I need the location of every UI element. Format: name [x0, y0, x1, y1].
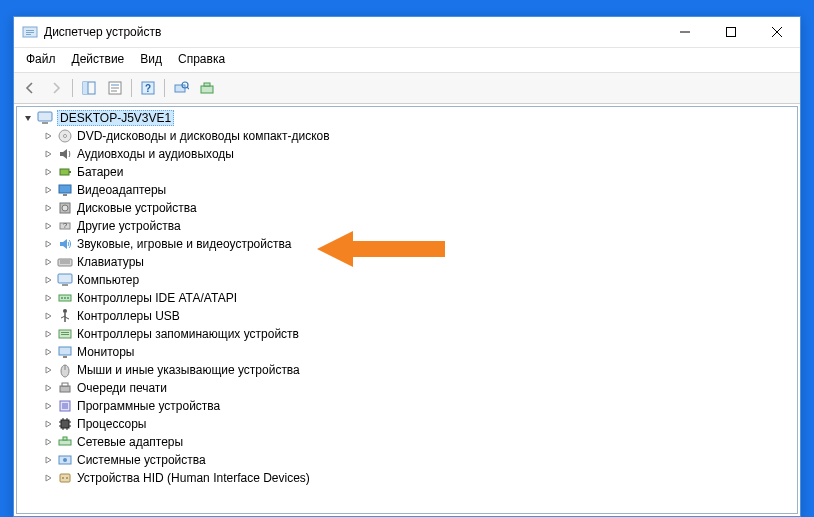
- expander-closed-icon[interactable]: [41, 273, 55, 287]
- expander-closed-icon[interactable]: [41, 129, 55, 143]
- maximize-button[interactable]: [708, 17, 754, 47]
- tree-node[interactable]: Системные устройства: [17, 451, 797, 469]
- node-label: DVD-дисководы и дисководы компакт-дисков: [77, 129, 330, 143]
- tree-node[interactable]: Очереди печати: [17, 379, 797, 397]
- sound-icon: [57, 236, 73, 252]
- tree-node[interactable]: Клавиатуры: [17, 253, 797, 271]
- menubar: Файл Действие Вид Справка: [14, 48, 800, 73]
- mouse-icon: [57, 362, 73, 378]
- expander-closed-icon[interactable]: [41, 435, 55, 449]
- svg-point-25: [64, 135, 67, 138]
- tree-root[interactable]: DESKTOP-J5V3VE1: [17, 109, 797, 127]
- show-hide-tree-button[interactable]: [77, 76, 101, 100]
- cpu-icon: [57, 416, 73, 432]
- svg-point-70: [63, 458, 67, 462]
- toolbar: ?: [14, 73, 800, 104]
- node-label: Видеоадаптеры: [77, 183, 166, 197]
- toolbar-separator: [72, 79, 73, 97]
- tree-node[interactable]: Аудиовходы и аудиовыходы: [17, 145, 797, 163]
- svg-point-42: [67, 297, 69, 299]
- node-label: Звуковые, игровые и видеоустройства: [77, 237, 291, 251]
- expander-closed-icon[interactable]: [41, 363, 55, 377]
- expander-closed-icon[interactable]: [41, 309, 55, 323]
- menu-action[interactable]: Действие: [64, 50, 133, 70]
- svg-text:?: ?: [63, 221, 68, 230]
- expander-closed-icon[interactable]: [41, 327, 55, 341]
- svg-rect-5: [727, 28, 736, 37]
- svg-text:?: ?: [145, 83, 151, 94]
- svg-rect-1: [26, 30, 34, 31]
- tree-node[interactable]: Контроллеры USB: [17, 307, 797, 325]
- node-label: Сетевые адаптеры: [77, 435, 183, 449]
- menu-view[interactable]: Вид: [132, 50, 170, 70]
- hid-icon: [57, 470, 73, 486]
- expander-closed-icon[interactable]: [41, 201, 55, 215]
- node-label: Другие устройства: [77, 219, 181, 233]
- expander-closed-icon[interactable]: [41, 291, 55, 305]
- help-button[interactable]: ?: [136, 76, 160, 100]
- svg-point-73: [66, 477, 68, 479]
- expander-closed-icon[interactable]: [41, 165, 55, 179]
- expander-closed-icon[interactable]: [41, 381, 55, 395]
- svg-point-31: [62, 205, 68, 211]
- node-label: Аудиовходы и аудиовыходы: [77, 147, 234, 161]
- expander-closed-icon[interactable]: [41, 183, 55, 197]
- nav-back-button[interactable]: [18, 76, 42, 100]
- svg-rect-3: [26, 34, 31, 35]
- nav-forward-button[interactable]: [44, 76, 68, 100]
- root-label[interactable]: DESKTOP-J5V3VE1: [57, 110, 174, 126]
- tree-node[interactable]: Мониторы: [17, 343, 797, 361]
- network-icon: [57, 434, 73, 450]
- tree-node[interactable]: Контроллеры запоминающих устройств: [17, 325, 797, 343]
- tree-node[interactable]: Контроллеры IDE АТА/АТАРI: [17, 289, 797, 307]
- window-controls: [662, 17, 800, 47]
- update-driver-button[interactable]: [195, 76, 219, 100]
- system-icon: [57, 452, 73, 468]
- tree-node[interactable]: Программные устройства: [17, 397, 797, 415]
- toolbar-separator: [131, 79, 132, 97]
- svg-rect-38: [62, 284, 68, 286]
- expander-closed-icon[interactable]: [41, 255, 55, 269]
- tree-node[interactable]: Батареи: [17, 163, 797, 181]
- tree-node[interactable]: Компьютер: [17, 271, 797, 289]
- expander-closed-icon[interactable]: [41, 399, 55, 413]
- close-button[interactable]: [754, 17, 800, 47]
- expander-open-icon[interactable]: [21, 111, 35, 125]
- tree-node[interactable]: ?Другие устройства: [17, 217, 797, 235]
- window-title: Диспетчер устройств: [44, 25, 662, 39]
- node-label: Контроллеры IDE АТА/АТАРI: [77, 291, 237, 305]
- expander-closed-icon[interactable]: [41, 453, 55, 467]
- tree-node[interactable]: Звуковые, игровые и видеоустройства: [17, 235, 797, 253]
- node-label: Мыши и иные указывающие устройства: [77, 363, 300, 377]
- svg-rect-21: [204, 83, 210, 86]
- svg-point-40: [61, 297, 63, 299]
- expander-closed-icon[interactable]: [41, 219, 55, 233]
- expander-closed-icon[interactable]: [41, 237, 55, 251]
- storage-icon: [57, 326, 73, 342]
- node-label: Устройства HID (Human Interface Devices): [77, 471, 310, 485]
- tree-node[interactable]: DVD-дисководы и дисководы компакт-дисков: [17, 127, 797, 145]
- svg-rect-51: [63, 356, 67, 358]
- computer-icon: [57, 272, 73, 288]
- audio-icon: [57, 146, 73, 162]
- other-icon: ?: [57, 218, 73, 234]
- disk-icon: [57, 200, 73, 216]
- tree-node[interactable]: Устройства HID (Human Interface Devices): [17, 469, 797, 487]
- device-tree[interactable]: DESKTOP-J5V3VE1 DVD-дисководы и дисковод…: [16, 106, 798, 514]
- tree-node[interactable]: Видеоадаптеры: [17, 181, 797, 199]
- menu-help[interactable]: Справка: [170, 50, 233, 70]
- expander-closed-icon[interactable]: [41, 345, 55, 359]
- minimize-button[interactable]: [662, 17, 708, 47]
- scan-hardware-button[interactable]: [169, 76, 193, 100]
- expander-closed-icon[interactable]: [41, 147, 55, 161]
- tree-node[interactable]: Процессоры: [17, 415, 797, 433]
- tree-node[interactable]: Дисковые устройства: [17, 199, 797, 217]
- expander-closed-icon[interactable]: [41, 471, 55, 485]
- titlebar: Диспетчер устройств: [14, 17, 800, 48]
- expander-closed-icon[interactable]: [41, 417, 55, 431]
- properties-button[interactable]: [103, 76, 127, 100]
- menu-file[interactable]: Файл: [18, 50, 64, 70]
- tree-node[interactable]: Мыши и иные указывающие устройства: [17, 361, 797, 379]
- node-label: Батареи: [77, 165, 123, 179]
- tree-node[interactable]: Сетевые адаптеры: [17, 433, 797, 451]
